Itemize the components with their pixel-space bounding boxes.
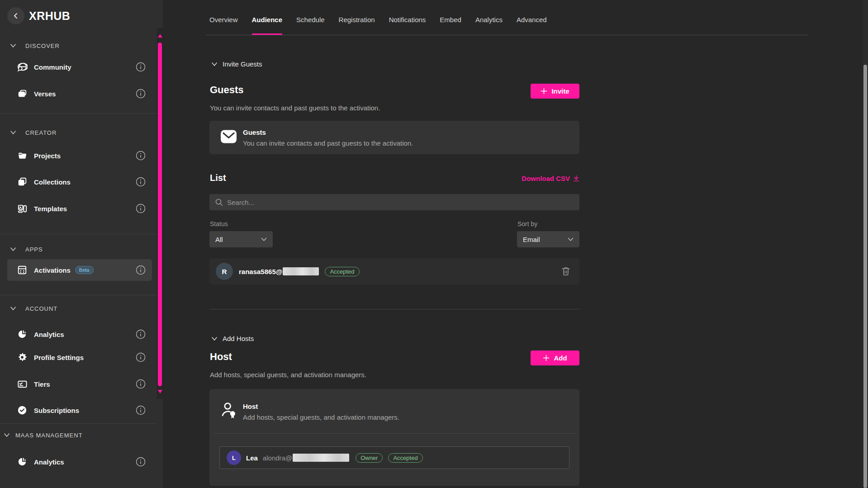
audience-panel: Invite Guests Guests Invite You can invi…: [209, 0, 579, 488]
sidebar-item-activations[interactable]: ActivationsBeta: [0, 261, 157, 279]
guest-email: ranasa5865@: [239, 268, 282, 275]
search-input[interactable]: [227, 199, 544, 206]
sidebar-item-templates[interactable]: Templates: [0, 199, 157, 218]
redacted-email-domain: [283, 267, 319, 275]
sidebar-section-discover[interactable]: DISCOVER: [0, 40, 157, 51]
search-icon: [215, 199, 223, 206]
role-badge: Owner: [356, 453, 383, 463]
sidebar-item-verses[interactable]: Verses: [0, 85, 157, 103]
chevron-down-icon: [10, 43, 17, 48]
sidebar-divider: [0, 113, 157, 114]
host-card: Host Add hosts, special guests, and acti…: [209, 389, 579, 486]
status-dropdown[interactable]: All: [209, 231, 273, 247]
verses-icon: [17, 88, 28, 99]
sidebar-divider: [0, 295, 157, 295]
chevron-down-icon: [568, 237, 574, 242]
host-person-award-icon: [221, 402, 237, 421]
info-icon[interactable]: [136, 62, 146, 72]
sidebar-item-subscriptions[interactable]: Subscriptions: [0, 401, 157, 419]
activations-grid-icon: [17, 265, 28, 275]
sidebar-item-community[interactable]: Community: [0, 58, 157, 76]
avatar: R: [216, 263, 233, 280]
sort-by-label: Sort by: [517, 220, 537, 227]
main-scrollbar[interactable]: [863, 0, 868, 488]
chevron-down-icon: [211, 336, 218, 341]
invite-button[interactable]: Invite: [531, 84, 579, 99]
main-scrollbar-thumb[interactable]: [863, 65, 867, 488]
info-icon[interactable]: [136, 151, 146, 161]
sidebar-item-collections[interactable]: Collections: [0, 173, 157, 191]
redacted-email-domain: [293, 454, 349, 462]
sidebar-item-label: Activations: [34, 266, 71, 274]
card-title: Guests: [243, 128, 266, 136]
info-icon[interactable]: [136, 89, 146, 99]
chevron-down-icon: [261, 237, 267, 242]
info-icon[interactable]: [136, 177, 146, 187]
card-title: Host: [243, 403, 258, 410]
info-icon[interactable]: [136, 352, 146, 362]
info-icon[interactable]: [136, 265, 146, 275]
info-icon[interactable]: [136, 204, 146, 213]
host-email: alondra@: [263, 454, 292, 462]
add-button[interactable]: Add: [531, 351, 579, 365]
sidebar-section-account[interactable]: ACCOUNT: [0, 303, 157, 314]
sidebar-item-projects[interactable]: Projects: [0, 147, 157, 165]
avatar: L: [227, 450, 241, 465]
projects-folder-icon: [17, 150, 28, 161]
guest-row: R ranasa5865@ Accepted: [209, 258, 579, 284]
info-icon[interactable]: [136, 457, 146, 467]
chevron-left-icon: [13, 13, 19, 19]
sidebar: XRHUB DISCOVER Community Verses CREATOR …: [0, 0, 163, 488]
section-divider: [209, 309, 579, 309]
info-icon[interactable]: [136, 405, 146, 415]
beta-badge: Beta: [75, 266, 94, 274]
card-description: Add hosts, special guests, and activatio…: [243, 413, 399, 421]
envelope-icon: [220, 129, 237, 146]
info-icon[interactable]: [136, 329, 146, 339]
sidebar-scrollbar[interactable]: [157, 28, 163, 399]
card-divider: [214, 433, 575, 434]
chevron-down-icon: [4, 433, 11, 437]
back-button[interactable]: [7, 7, 24, 24]
card-description: You can invite contacts and past guests …: [243, 139, 413, 147]
sidebar-item-tiers[interactable]: Tiers: [0, 375, 157, 393]
invite-guests-collapse[interactable]: Invite Guests: [211, 60, 262, 68]
plus-icon: [543, 355, 550, 361]
trash-icon[interactable]: [562, 267, 570, 276]
add-hosts-collapse[interactable]: Add Hosts: [211, 335, 254, 342]
guests-heading: Guests: [210, 84, 244, 96]
scroll-down-arrow[interactable]: [158, 390, 162, 393]
sort-dropdown[interactable]: Email: [517, 231, 579, 247]
sidebar-item-profile-settings[interactable]: Profile Settings: [0, 348, 157, 366]
search-bar[interactable]: [209, 194, 579, 210]
sidebar-divider: [0, 234, 157, 234]
sidebar-section-maas-management[interactable]: MAAS MANAGEMENT: [0, 430, 157, 441]
host-row: L Lea alondra@ Owner Accepted: [219, 446, 569, 469]
status-badge: Accepted: [325, 267, 359, 276]
app-title: XRHUB: [29, 9, 70, 23]
status-filter-label: Status: [210, 220, 228, 227]
sidebar-section-creator[interactable]: CREATOR: [0, 127, 157, 138]
scroll-up-arrow[interactable]: [158, 34, 162, 38]
collections-icon: [17, 176, 28, 187]
sidebar-item-analytics[interactable]: Analytics: [0, 325, 157, 343]
community-globe-icon: [17, 62, 28, 72]
guests-description: You can invite contacts and past guests …: [210, 104, 380, 112]
analytics-chart-icon: [17, 456, 28, 467]
sidebar-divider: [0, 423, 157, 424]
sidebar-item-maas-analytics[interactable]: Analytics: [0, 453, 157, 471]
sidebar-header: XRHUB: [7, 7, 70, 24]
analytics-chart-icon: [17, 329, 28, 340]
info-icon[interactable]: [136, 379, 146, 389]
sidebar-scrollbar-thumb[interactable]: [158, 43, 162, 386]
download-csv-link[interactable]: Download CSV: [522, 175, 579, 182]
chevron-down-icon: [10, 247, 17, 251]
tiers-card-icon: [17, 379, 28, 389]
plus-icon: [541, 88, 547, 95]
host-heading: Host: [210, 351, 232, 363]
chevron-down-icon: [10, 306, 17, 311]
check-circle-icon: [17, 405, 28, 416]
chevron-down-icon: [211, 62, 218, 66]
sidebar-section-apps[interactable]: APPS: [0, 244, 157, 255]
list-heading: List: [210, 173, 226, 183]
